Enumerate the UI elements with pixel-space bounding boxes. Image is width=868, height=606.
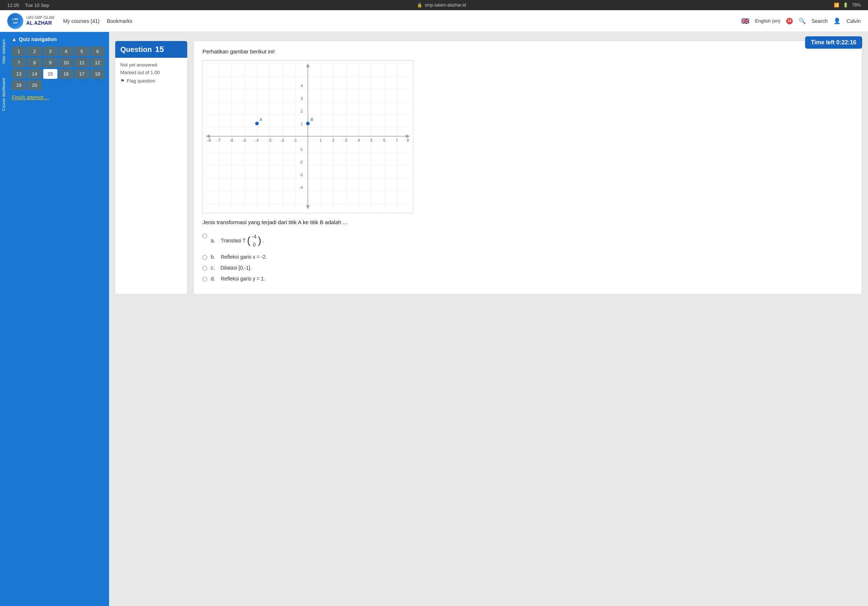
nav-right: 🇬🇧 English (en) 16 🔍 Search 👤 Calvin bbox=[741, 17, 861, 25]
not-answered-text: Not yet answered bbox=[120, 62, 182, 68]
nav-num-17[interactable]: 17 bbox=[74, 69, 89, 79]
nav-num-2[interactable]: 2 bbox=[27, 46, 42, 56]
search-icon[interactable]: 🔍 bbox=[798, 17, 806, 24]
nav-num-1[interactable]: 1 bbox=[12, 46, 26, 56]
option-b-row: b. Refleksi garis x = -2. bbox=[203, 254, 853, 260]
notification-badge[interactable]: 16 bbox=[786, 18, 793, 24]
svg-text:-7: -7 bbox=[217, 138, 221, 142]
nav-num-16[interactable]: 16 bbox=[59, 69, 73, 79]
nav-num-20[interactable]: 20 bbox=[27, 80, 42, 90]
svg-text:2: 2 bbox=[332, 138, 335, 142]
option-a-radio[interactable] bbox=[203, 233, 207, 238]
nav-num-19[interactable]: 19 bbox=[12, 80, 26, 90]
nav-num-3[interactable]: 3 bbox=[43, 46, 57, 56]
nav-num-12[interactable]: 12 bbox=[90, 58, 105, 68]
option-c-label[interactable]: c. Dilatasi [0,-1]. bbox=[211, 265, 251, 271]
language-selector[interactable]: English (en) bbox=[755, 18, 780, 24]
graph-container: -1 -2 -3 -4 -5 -6 -7 -8 1 2 3 4 5 6 bbox=[203, 60, 413, 213]
nav-links: My courses (41) Bookmarks bbox=[63, 18, 733, 24]
lock-icon: 🔒 bbox=[417, 3, 422, 8]
nav-num-7[interactable]: 7 bbox=[12, 58, 26, 68]
nav-grid: 1234567891011121314151617181920 bbox=[12, 46, 105, 90]
battery-icon: 🔋 bbox=[843, 3, 848, 8]
timer-value: 0:22:16 bbox=[836, 39, 856, 45]
point-a bbox=[255, 122, 259, 125]
main-layout: Hide sidebars Course dashboard ▲ Hide si… bbox=[0, 32, 868, 606]
marked-out-text: Marked out of 1.00 bbox=[120, 70, 182, 75]
option-a-suffix: . bbox=[263, 238, 264, 243]
svg-text:8: 8 bbox=[407, 138, 409, 142]
question-main: Perhatikan gambar berikut ini! bbox=[194, 41, 862, 294]
bookmarks-link[interactable]: Bookmarks bbox=[107, 18, 132, 24]
nav-num-10[interactable]: 10 bbox=[59, 58, 73, 68]
svg-text:7: 7 bbox=[396, 138, 398, 142]
logo-area: LMS SMP LMS SMP ISLAM AL AZHAR bbox=[7, 13, 54, 29]
top-bar-left: 12.05 Tue 10 Sep bbox=[7, 3, 49, 8]
option-c-letter: c. bbox=[211, 265, 215, 271]
svg-text:5: 5 bbox=[370, 138, 373, 142]
matrix-top: -4 bbox=[252, 232, 256, 241]
svg-text:LMS: LMS bbox=[12, 17, 19, 21]
quiz-nav-title: ▲ Hide sidebars Quiz navigation bbox=[12, 36, 105, 42]
quiz-nav-panel: ▲ Hide sidebars Quiz navigation 12345678… bbox=[7, 32, 109, 606]
nav-num-14[interactable]: 14 bbox=[27, 69, 42, 79]
option-b-radio[interactable] bbox=[203, 255, 207, 260]
top-bar-center: 🔒 smp.salam-alazhar.id bbox=[417, 3, 466, 8]
chevron-up-icon: ▲ bbox=[12, 36, 17, 42]
question-info-box: Question 15 Not yet answered Marked out … bbox=[115, 41, 188, 294]
svg-text:SMP: SMP bbox=[13, 22, 17, 24]
option-a-text: Translasi T bbox=[221, 238, 245, 243]
nav-num-6[interactable]: 6 bbox=[90, 46, 105, 56]
svg-text:6: 6 bbox=[383, 138, 385, 142]
option-a-label[interactable]: a. Translasi T ( -4 0 ) . bbox=[211, 232, 264, 249]
question-header: Question 15 bbox=[115, 41, 187, 58]
my-courses-link[interactable]: My courses (41) bbox=[63, 18, 99, 24]
point-b bbox=[306, 122, 310, 125]
option-d-radio[interactable] bbox=[203, 277, 207, 281]
side-tabs: Hide sidebars Course dashboard bbox=[0, 32, 7, 606]
user-name[interactable]: Calvin bbox=[846, 18, 861, 24]
svg-text:-4: -4 bbox=[256, 138, 259, 142]
option-d-label[interactable]: d. Refleksi garis y = 1. bbox=[211, 276, 265, 281]
search-link[interactable]: Search bbox=[812, 18, 828, 24]
nav-num-13[interactable]: 13 bbox=[12, 69, 26, 79]
time: 12.05 bbox=[7, 3, 19, 8]
option-c-radio[interactable] bbox=[203, 266, 207, 271]
nav-num-4[interactable]: 4 bbox=[59, 46, 73, 56]
option-d-row: d. Refleksi garis y = 1. bbox=[203, 276, 853, 281]
question-main-text: Jenis transformasi yang terjadi dari tit… bbox=[203, 219, 853, 225]
matrix-values: -4 0 bbox=[252, 232, 256, 249]
timer-box: Time left 0:22:16 bbox=[805, 36, 862, 49]
top-bar: 12.05 Tue 10 Sep 🔒 smp.salam-alazhar.id … bbox=[0, 0, 868, 10]
option-b-letter: b. bbox=[211, 254, 215, 260]
course-dashboard-tab[interactable]: Course dashboard bbox=[2, 78, 6, 111]
point-a-label: A bbox=[259, 117, 262, 122]
date: Tue 10 Sep bbox=[25, 3, 50, 8]
svg-text:4: 4 bbox=[358, 138, 360, 142]
nav-num-11[interactable]: 11 bbox=[74, 58, 89, 68]
flag-question-btn[interactable]: ⚑ Flag question bbox=[120, 78, 182, 83]
coordinate-graph: -1 -2 -3 -4 -5 -6 -7 -8 1 2 3 4 5 6 bbox=[206, 63, 410, 209]
option-a-row: a. Translasi T ( -4 0 ) . bbox=[203, 232, 853, 249]
svg-text:-8: -8 bbox=[208, 138, 211, 142]
flag-icon: 🇬🇧 bbox=[741, 17, 749, 25]
finish-attempt-link[interactable]: Finish attempt ... bbox=[12, 94, 105, 100]
option-b-label[interactable]: b. Refleksi garis x = -2. bbox=[211, 254, 267, 260]
hide-sidebars-tab[interactable]: Hide sidebars bbox=[2, 39, 6, 63]
svg-text:-2: -2 bbox=[281, 138, 284, 142]
option-a-letter: a. bbox=[211, 238, 215, 243]
svg-text:-1: -1 bbox=[299, 147, 303, 152]
nav-num-5[interactable]: 5 bbox=[74, 46, 89, 56]
nav-num-8[interactable]: 8 bbox=[27, 58, 42, 68]
option-d-text: Refleksi garis y = 1. bbox=[221, 276, 265, 281]
point-b-label: B bbox=[310, 117, 313, 122]
nav-num-9[interactable]: 9 bbox=[43, 58, 57, 68]
svg-text:3: 3 bbox=[301, 97, 303, 100]
svg-text:-4: -4 bbox=[299, 186, 303, 190]
option-c-text: Dilatasi [0,-1]. bbox=[220, 265, 251, 271]
svg-text:1: 1 bbox=[319, 138, 322, 142]
nav-num-15[interactable]: 15 bbox=[43, 69, 57, 79]
nav-num-18[interactable]: 18 bbox=[90, 69, 105, 79]
svg-text:-2: -2 bbox=[299, 160, 303, 164]
question-label: Question bbox=[120, 45, 152, 53]
